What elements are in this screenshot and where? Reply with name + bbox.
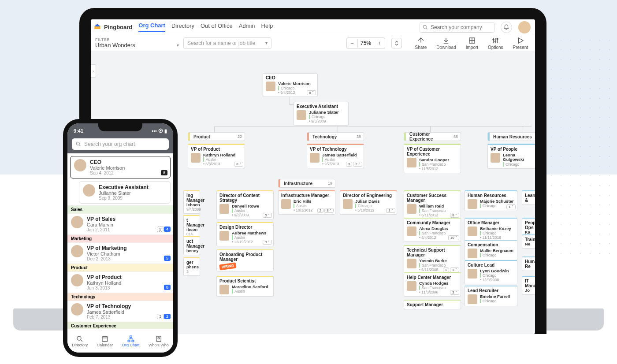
node-ceo[interactable]: CEO Valerie MorrisonChicago• 9/4/2012 8 … (263, 73, 318, 97)
svg-rect-10 (102, 336, 108, 341)
node-hr-spec[interactable]: Human ResourcesMajorie SchusterChicago1 … (465, 190, 517, 211)
brand-text: Pingboard (104, 24, 132, 30)
node-partial[interactable]: Learning & (522, 190, 535, 205)
tab-calendar[interactable]: Calendar (97, 335, 113, 347)
avatar (281, 199, 291, 209)
collapse-all-button[interactable] (391, 38, 402, 48)
svg-rect-12 (130, 336, 132, 338)
filter-dropdown[interactable]: FILTER Urban Wonders▾ (95, 37, 179, 48)
node-office-mgr[interactable]: Office ManagerBethanie KozeyChicago• 11/… (465, 218, 517, 242)
zoom-in-button[interactable]: + (374, 38, 385, 48)
node-design-dir[interactable]: Design DirectorAubree MatthewsAustin• 12… (216, 222, 274, 246)
node-partial[interactable]: People OpsKa (522, 218, 535, 237)
global-search[interactable] (420, 22, 494, 33)
svg-rect-14 (132, 340, 134, 342)
nav-help[interactable]: Help (261, 22, 273, 32)
avatar (74, 159, 86, 171)
node-comm-mgr[interactable]: Community ManagerAlexa DouglasSan Franci… (404, 218, 461, 242)
node-vp-product[interactable]: VP of Product Kathryn HollandAustin• 6/3… (188, 144, 245, 168)
avatar (468, 269, 477, 279)
phone-org-list[interactable]: CEOValerie MorrisonSep 4, 20128 Executiv… (67, 153, 173, 329)
dept-technology[interactable]: Technology38 (307, 132, 364, 141)
phone-status-icons: ••• ⦿ ▮ (152, 128, 167, 134)
download-button[interactable]: Download (434, 37, 458, 50)
node-ea[interactable]: Executive Assistant Julianne SlaterChica… (294, 102, 349, 126)
notifications-button[interactable] (501, 22, 512, 33)
dept-cx[interactable]: Customer Experience88 (404, 132, 461, 141)
phone-ceo-card[interactable]: CEOValerie MorrisonSep 4, 20128 (70, 156, 171, 178)
share-button[interactable]: Share (413, 37, 430, 50)
svg-rect-13 (128, 340, 130, 342)
node-vp-people[interactable]: VP of People Leona GulgowskiChicago (487, 144, 535, 169)
avatar (71, 245, 83, 257)
hiring-badge: HIRING (219, 262, 236, 270)
avatar (491, 153, 500, 163)
node-recruiter[interactable]: Lead RecruiterEmeline FarrellChicago (465, 286, 517, 306)
node-sm[interactable]: Support Manager (404, 300, 461, 309)
avatar (219, 204, 229, 214)
node-partial[interactable]: TrainingNe (522, 234, 535, 249)
user-avatar[interactable] (518, 21, 531, 33)
node-infra-mgr[interactable]: Infrastructure ManagerEric HillsAustin• … (278, 190, 335, 215)
node-ps[interactable]: Product ScientistMarcelino SanfordAustin (216, 276, 274, 297)
dept-product[interactable]: Product22 (188, 132, 245, 141)
node-vp-cx[interactable]: VP of Customer Experience Sandra CooperS… (404, 144, 461, 173)
tab-directory[interactable]: Directory (72, 335, 88, 347)
zoom-out-button[interactable]: − (347, 38, 357, 48)
node-partial[interactable]: Human Re (522, 256, 535, 271)
avatar (407, 259, 416, 268)
node-partial[interactable]: IT ManagerJo (522, 276, 535, 295)
import-button[interactable]: Import (463, 37, 481, 50)
node-comp[interactable]: CompensationMallie BergnaumChicago (465, 240, 517, 260)
name-search-placeholder: Search for a name or job title (187, 40, 255, 46)
phone-notch (98, 123, 142, 131)
avatar (468, 294, 477, 304)
nav-org-chart[interactable]: Org Chart (138, 22, 165, 32)
dept-hr[interactable]: Human Resources (487, 132, 535, 141)
phone-search[interactable]: Search your org chart (72, 138, 169, 150)
svg-marker-5 (518, 38, 523, 43)
phone-row-sales[interactable]: VP of SalesCara MarvinJan 2, 201124 (67, 213, 173, 234)
nav-directory[interactable]: Directory (171, 22, 194, 32)
options-button[interactable]: Options (485, 37, 505, 50)
node-csm[interactable]: Customer Success ManagerWilliam ReidSan … (404, 190, 461, 219)
phone-dept-tech: Technology (67, 293, 173, 301)
direct-reports-badge[interactable]: 8 ˅ (307, 90, 316, 95)
avatar (71, 274, 83, 286)
node-eng-dir[interactable]: Director of EngineeringJulian DavisChica… (340, 190, 397, 215)
avatar (219, 285, 229, 294)
present-button[interactable]: Present (510, 37, 531, 50)
nav-out-of-office[interactable]: Out of Office (201, 22, 233, 32)
tab-org-chart[interactable]: Org Chart (122, 335, 140, 347)
node-vp-tech[interactable]: VP of Technology James SatterfieldAustin… (307, 144, 364, 168)
node-partial[interactable]: uct Managerheney (183, 236, 200, 255)
node-tsm[interactable]: Technical Support ManagerYasmin BurkeSan… (404, 245, 461, 274)
node-partial[interactable]: ing Managerlchoen9/4/2009 (183, 190, 200, 214)
node-dcs[interactable]: Director of Content StrategyDanyell Rowe… (216, 190, 274, 219)
node-partial[interactable]: gerphens3 (183, 257, 200, 276)
global-search-input[interactable] (420, 22, 494, 33)
phone-ea-card[interactable]: Executive AssistantJulianne SlaterSep 3,… (79, 181, 171, 204)
phone-row-product[interactable]: VP of ProductKathryn HollandJun 3, 20138 (67, 271, 173, 293)
avatar (297, 110, 306, 120)
avatar (468, 199, 477, 209)
name-search[interactable]: Search for a name or job title ▾ (183, 37, 271, 49)
phone-row-tech[interactable]: VP of TechnologyJames SatterfieldFeb 7, … (67, 301, 173, 322)
avatar (266, 82, 275, 91)
count-badge: 8 (161, 170, 167, 175)
phone-app: 9:41 ••• ⦿ ▮ Search your org chart CEOVa… (67, 123, 173, 353)
nav-admin[interactable]: Admin (239, 22, 255, 32)
node-partial[interactable]: t Manageribson014 (183, 215, 200, 238)
node-hcm[interactable]: Help Center ManagerCynda HodgesSan Franc… (404, 272, 461, 297)
svg-point-8 (77, 336, 81, 340)
avatar (407, 281, 416, 291)
avatar (468, 249, 477, 258)
expand-sidebar-tab[interactable]: › (91, 64, 96, 78)
phone-dept-product: Product (67, 264, 173, 271)
node-culture[interactable]: Culture LeadLynn GoodwinChicago• 12/9/20… (465, 260, 517, 284)
tab-whos-who[interactable]: Who's Who (149, 335, 169, 347)
brand-logo[interactable]: Pingboard (93, 22, 132, 32)
dept-infrastructure[interactable]: Infrastructure19 (278, 179, 335, 188)
phone-row-marketing[interactable]: VP of MarketingVictor ChathamDec 2, 2013… (67, 242, 173, 264)
node-opm[interactable]: Onboarding Product ManagerHIRING (216, 249, 274, 271)
